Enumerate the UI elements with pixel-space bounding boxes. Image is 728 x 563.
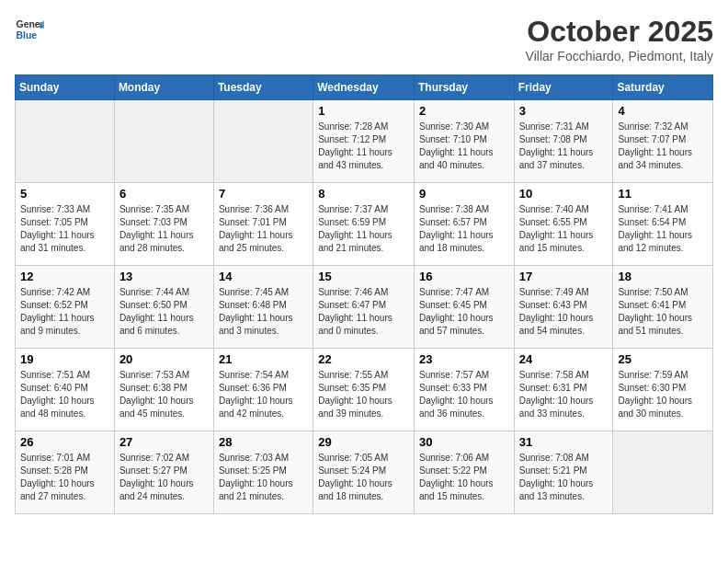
day-number: 27 — [119, 435, 209, 449]
calendar-header: SundayMondayTuesdayWednesdayThursdayFrid… — [16, 75, 713, 100]
calendar-cell: 17Sunrise: 7:49 AMSunset: 6:43 PMDayligh… — [514, 266, 613, 349]
day-content: Sunrise: 7:47 AMSunset: 6:45 PMDaylight:… — [419, 286, 509, 338]
calendar-cell: 28Sunrise: 7:03 AMSunset: 5:25 PMDayligh… — [213, 431, 313, 514]
calendar-cell: 22Sunrise: 7:55 AMSunset: 6:35 PMDayligh… — [313, 349, 415, 431]
calendar-cell — [114, 100, 213, 183]
day-number: 23 — [419, 352, 509, 366]
day-number: 18 — [618, 270, 708, 283]
calendar-cell: 5Sunrise: 7:33 AMSunset: 7:05 PMDaylight… — [16, 183, 115, 266]
day-number: 7 — [219, 187, 308, 201]
calendar-cell: 25Sunrise: 7:59 AMSunset: 6:30 PMDayligh… — [613, 349, 713, 431]
calendar-cell: 29Sunrise: 7:05 AMSunset: 5:24 PMDayligh… — [313, 431, 415, 514]
header-day-wednesday: Wednesday — [313, 75, 415, 100]
day-number: 22 — [318, 352, 409, 366]
day-content: Sunrise: 7:35 AMSunset: 7:03 PMDaylight:… — [119, 203, 209, 255]
day-number: 12 — [20, 270, 109, 283]
day-number: 26 — [20, 435, 109, 449]
calendar-cell: 6Sunrise: 7:35 AMSunset: 7:03 PMDaylight… — [114, 183, 213, 266]
calendar-cell — [613, 431, 713, 514]
day-content: Sunrise: 7:53 AMSunset: 6:38 PMDaylight:… — [119, 369, 209, 420]
svg-text:Blue: Blue — [17, 30, 38, 40]
calendar-cell: 31Sunrise: 7:08 AMSunset: 5:21 PMDayligh… — [514, 431, 613, 514]
week-row-2: 5Sunrise: 7:33 AMSunset: 7:05 PMDaylight… — [16, 183, 713, 266]
day-number: 8 — [318, 187, 409, 201]
day-number: 19 — [20, 352, 109, 366]
calendar-cell: 18Sunrise: 7:50 AMSunset: 6:41 PMDayligh… — [613, 266, 713, 349]
day-content: Sunrise: 7:05 AMSunset: 5:24 PMDaylight:… — [318, 452, 409, 503]
day-number: 14 — [219, 270, 308, 283]
day-number: 24 — [519, 352, 609, 366]
day-number: 16 — [419, 270, 509, 283]
calendar-cell: 26Sunrise: 7:01 AMSunset: 5:28 PMDayligh… — [16, 431, 115, 514]
calendar-cell: 4Sunrise: 7:32 AMSunset: 7:07 PMDaylight… — [613, 100, 713, 183]
header: General Blue October 2025 Villar Focchia… — [15, 15, 713, 63]
day-content: Sunrise: 7:02 AMSunset: 5:27 PMDaylight:… — [119, 452, 209, 503]
day-content: Sunrise: 7:46 AMSunset: 6:47 PMDaylight:… — [318, 286, 409, 338]
day-content: Sunrise: 7:08 AMSunset: 5:21 PMDaylight:… — [519, 452, 609, 503]
day-content: Sunrise: 7:41 AMSunset: 6:54 PMDaylight:… — [618, 203, 708, 255]
day-content: Sunrise: 7:30 AMSunset: 7:10 PMDaylight:… — [419, 121, 509, 172]
calendar-cell: 7Sunrise: 7:36 AMSunset: 7:01 PMDaylight… — [213, 183, 313, 266]
day-number: 2 — [419, 104, 509, 118]
calendar-cell: 24Sunrise: 7:58 AMSunset: 6:31 PMDayligh… — [514, 349, 613, 431]
calendar-cell: 15Sunrise: 7:46 AMSunset: 6:47 PMDayligh… — [313, 266, 415, 349]
calendar-cell: 20Sunrise: 7:53 AMSunset: 6:38 PMDayligh… — [114, 349, 213, 431]
header-day-monday: Monday — [114, 75, 213, 100]
day-content: Sunrise: 7:59 AMSunset: 6:30 PMDaylight:… — [618, 369, 708, 420]
header-day-saturday: Saturday — [613, 75, 713, 100]
logo: General Blue — [15, 15, 44, 44]
day-number: 11 — [618, 187, 708, 201]
day-content: Sunrise: 7:58 AMSunset: 6:31 PMDaylight:… — [519, 369, 609, 420]
day-content: Sunrise: 7:01 AMSunset: 5:28 PMDaylight:… — [20, 452, 109, 503]
day-content: Sunrise: 7:45 AMSunset: 6:48 PMDaylight:… — [219, 286, 308, 338]
calendar-table: SundayMondayTuesdayWednesdayThursdayFrid… — [15, 75, 713, 514]
day-content: Sunrise: 7:32 AMSunset: 7:07 PMDaylight:… — [618, 121, 708, 172]
calendar-cell: 1Sunrise: 7:28 AMSunset: 7:12 PMDaylight… — [313, 100, 415, 183]
day-content: Sunrise: 7:55 AMSunset: 6:35 PMDaylight:… — [318, 369, 409, 420]
calendar-cell: 14Sunrise: 7:45 AMSunset: 6:48 PMDayligh… — [213, 266, 313, 349]
day-number: 30 — [419, 435, 509, 449]
title-area: October 2025 Villar Focchiardo, Piedmont… — [526, 15, 713, 63]
day-number: 20 — [119, 352, 209, 366]
day-content: Sunrise: 7:57 AMSunset: 6:33 PMDaylight:… — [419, 369, 509, 420]
calendar-cell: 12Sunrise: 7:42 AMSunset: 6:52 PMDayligh… — [16, 266, 115, 349]
day-number: 9 — [419, 187, 509, 201]
day-number: 3 — [519, 104, 609, 118]
day-content: Sunrise: 7:28 AMSunset: 7:12 PMDaylight:… — [318, 121, 409, 172]
day-content: Sunrise: 7:36 AMSunset: 7:01 PMDaylight:… — [219, 203, 308, 255]
day-number: 25 — [618, 352, 708, 366]
day-number: 4 — [618, 104, 708, 118]
calendar-cell: 23Sunrise: 7:57 AMSunset: 6:33 PMDayligh… — [414, 349, 514, 431]
logo-icon: General Blue — [15, 15, 44, 44]
day-number: 13 — [119, 270, 209, 283]
header-day-thursday: Thursday — [414, 75, 514, 100]
header-day-tuesday: Tuesday — [213, 75, 313, 100]
day-content: Sunrise: 7:44 AMSunset: 6:50 PMDaylight:… — [119, 286, 209, 338]
day-content: Sunrise: 7:51 AMSunset: 6:40 PMDaylight:… — [20, 369, 109, 420]
calendar-cell: 11Sunrise: 7:41 AMSunset: 6:54 PMDayligh… — [613, 183, 713, 266]
header-day-friday: Friday — [514, 75, 613, 100]
day-content: Sunrise: 7:42 AMSunset: 6:52 PMDaylight:… — [20, 286, 109, 338]
day-content: Sunrise: 7:40 AMSunset: 6:55 PMDaylight:… — [519, 203, 609, 255]
header-row: SundayMondayTuesdayWednesdayThursdayFrid… — [16, 75, 713, 100]
calendar-cell: 27Sunrise: 7:02 AMSunset: 5:27 PMDayligh… — [114, 431, 213, 514]
week-row-5: 26Sunrise: 7:01 AMSunset: 5:28 PMDayligh… — [16, 431, 713, 514]
day-number: 1 — [318, 104, 409, 118]
calendar-cell: 8Sunrise: 7:37 AMSunset: 6:59 PMDaylight… — [313, 183, 415, 266]
calendar-body: 1Sunrise: 7:28 AMSunset: 7:12 PMDaylight… — [16, 100, 713, 514]
day-content: Sunrise: 7:33 AMSunset: 7:05 PMDaylight:… — [20, 203, 109, 255]
day-content: Sunrise: 7:03 AMSunset: 5:25 PMDaylight:… — [219, 452, 308, 503]
calendar-cell: 10Sunrise: 7:40 AMSunset: 6:55 PMDayligh… — [514, 183, 613, 266]
day-content: Sunrise: 7:06 AMSunset: 5:22 PMDaylight:… — [419, 452, 509, 503]
day-number: 21 — [219, 352, 308, 366]
day-content: Sunrise: 7:49 AMSunset: 6:43 PMDaylight:… — [519, 286, 609, 338]
day-number: 10 — [519, 187, 609, 201]
calendar-cell: 30Sunrise: 7:06 AMSunset: 5:22 PMDayligh… — [414, 431, 514, 514]
week-row-4: 19Sunrise: 7:51 AMSunset: 6:40 PMDayligh… — [16, 349, 713, 431]
day-number: 29 — [318, 435, 409, 449]
calendar-cell: 19Sunrise: 7:51 AMSunset: 6:40 PMDayligh… — [16, 349, 115, 431]
day-number: 17 — [519, 270, 609, 283]
day-content: Sunrise: 7:38 AMSunset: 6:57 PMDaylight:… — [419, 203, 509, 255]
day-content: Sunrise: 7:54 AMSunset: 6:36 PMDaylight:… — [219, 369, 308, 420]
month-title: October 2025 — [526, 15, 713, 49]
